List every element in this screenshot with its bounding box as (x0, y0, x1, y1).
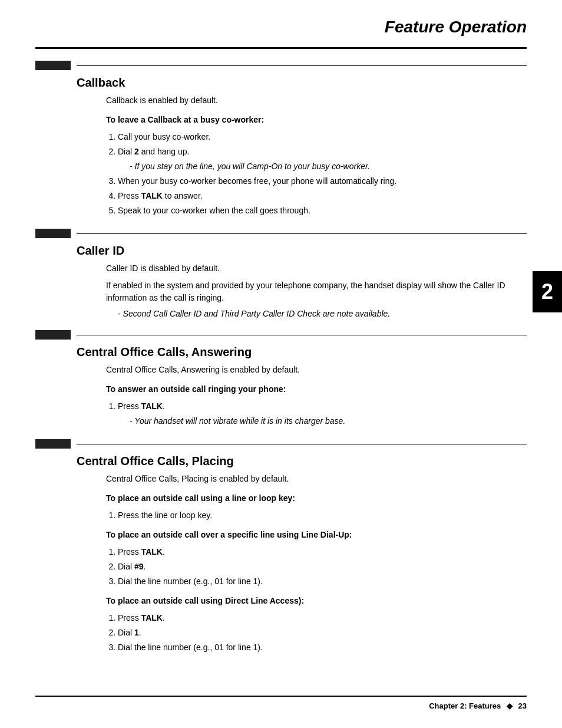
content-area: Callback Callback is enabled by default.… (0, 61, 562, 654)
list-item: Dial the line number (e.g., 01 for line … (118, 575, 515, 588)
caller-id-note: Second Call Caller ID and Third Party Ca… (118, 309, 515, 318)
callback-intro: Callback is enabled by default. (106, 94, 515, 107)
callback-steps: Call your busy co-worker. Dial 2 and han… (106, 131, 515, 217)
callback-rule (77, 65, 527, 66)
caller-id-rule (77, 233, 527, 234)
list-item: Dial #9. (118, 561, 515, 573)
list-item: Press TALK. (118, 612, 515, 624)
list-item: Press the line or loop key. (118, 509, 515, 522)
co-placing-steps1: Press the line or loop key. (106, 509, 515, 522)
co-answering-title: Central Office Calls, Answering (77, 345, 527, 359)
section-caller-id: Caller ID Caller ID is disabled by defau… (35, 229, 527, 318)
top-rule (35, 47, 527, 49)
co-answering-intro: Central Office Calls, Answering is enabl… (106, 364, 515, 376)
co-placing-sub1: To place an outside call using a line or… (106, 492, 515, 505)
footer-chapter-label: Chapter 2: Features (429, 701, 501, 710)
section-callback: Callback Callback is enabled by default.… (35, 61, 527, 217)
callback-note-1: If you stay on the line, you will Camp-O… (130, 160, 515, 173)
list-item: Dial 1. (118, 627, 515, 639)
list-item: Press TALK. Your handset will not vibrat… (118, 400, 515, 427)
co-placing-rule (77, 444, 527, 444)
co-placing-heading-row (35, 439, 527, 449)
footer-page-number: 23 (518, 701, 527, 710)
co-placing-intro: Central Office Calls, Placing is enabled… (106, 473, 515, 485)
list-item: When your busy co-worker becomes free, y… (118, 175, 515, 187)
co-answering-subheading: To answer an outside call ringing your p… (106, 383, 515, 396)
co-answering-heading-row (35, 330, 527, 340)
co-answering-content: Central Office Calls, Answering is enabl… (106, 364, 515, 427)
page-title: Feature Operation (385, 18, 527, 36)
caller-id-heading-row (35, 229, 527, 238)
callback-bar (35, 61, 71, 70)
page-footer: Chapter 2: Features ◆ 23 (35, 696, 527, 710)
co-placing-steps3: Press TALK. Dial 1. Dial the line number… (106, 612, 515, 654)
footer-chapter: Chapter 2: Features ◆ 23 (429, 701, 527, 710)
co-placing-sub2: To place an outside call over a specific… (106, 529, 515, 541)
page: Feature Operation 2 Callback Callback is… (0, 0, 562, 728)
co-answering-steps: Press TALK. Your handset will not vibrat… (106, 400, 515, 427)
co-answering-note: Your handset will not vibrate while it i… (130, 415, 515, 427)
list-item: Call your busy co-worker. (118, 131, 515, 143)
co-answering-rule (77, 335, 527, 335)
caller-id-content: Caller ID is disabled by default. If ena… (106, 262, 515, 318)
list-item: Speak to your co-worker when the call go… (118, 205, 515, 217)
list-item: Press TALK. (118, 546, 515, 558)
caller-id-bar (35, 229, 71, 238)
list-item: Dial 2 and hang up. If you stay on the l… (118, 146, 515, 173)
callback-subheading: To leave a Callback at a busy co-worker: (106, 114, 515, 126)
callback-heading-row (35, 61, 527, 70)
section-co-placing: Central Office Calls, Placing Central Of… (35, 439, 527, 654)
co-placing-sub3: To place an outside call using Direct Li… (106, 595, 515, 607)
footer-diamond: ◆ (507, 701, 513, 710)
caller-id-title: Caller ID (77, 244, 527, 258)
co-placing-content: Central Office Calls, Placing is enabled… (106, 473, 515, 654)
co-placing-title: Central Office Calls, Placing (77, 454, 527, 468)
list-item: Press TALK to answer. (118, 190, 515, 202)
caller-id-body: If enabled in the system and provided by… (106, 279, 515, 304)
caller-id-intro: Caller ID is disabled by default. (106, 262, 515, 275)
co-answering-bar (35, 330, 71, 340)
callback-content: Callback is enabled by default. To leave… (106, 94, 515, 217)
section-co-answering: Central Office Calls, Answering Central … (35, 330, 527, 427)
list-item: Dial the line number (e.g., 01 for line … (118, 641, 515, 654)
co-placing-steps2: Press TALK. Dial #9. Dial the line numbe… (106, 546, 515, 588)
callback-title: Callback (77, 76, 527, 90)
co-placing-bar (35, 439, 71, 449)
page-header: Feature Operation (0, 0, 562, 37)
